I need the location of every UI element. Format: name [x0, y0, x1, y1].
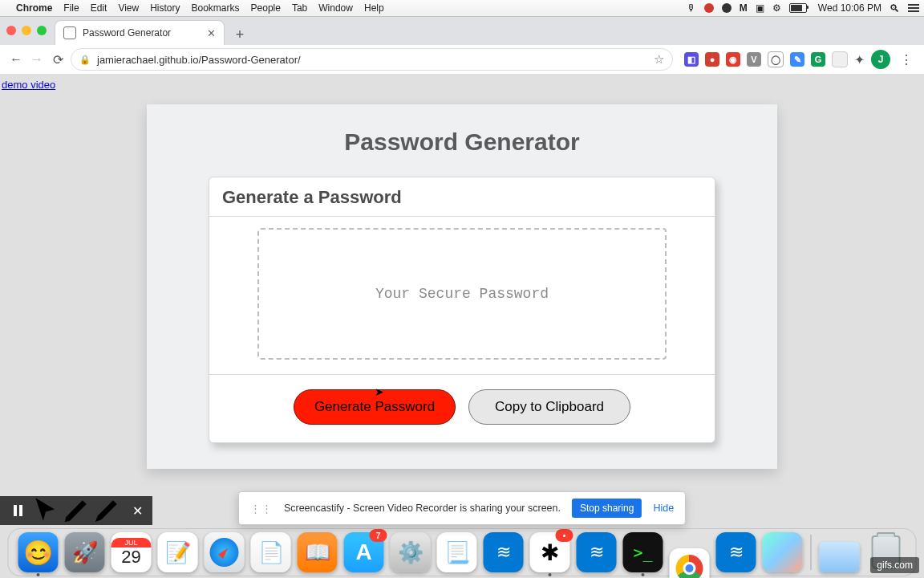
menu-file[interactable]: File: [63, 2, 79, 14]
hide-banner-button[interactable]: Hide: [653, 503, 674, 514]
tab-title: Password Generator: [83, 27, 171, 39]
dock-launchpad[interactable]: 🚀: [65, 532, 105, 572]
extensions-row: ◧ ● ◉ V ◯ ✎ G ✦ J ⋮: [684, 50, 916, 69]
minimize-window-button[interactable]: [22, 26, 31, 35]
tray-icon[interactable]: ▣: [756, 2, 764, 14]
mac-menubar: Chrome File Edit View History Bookmarks …: [0, 0, 924, 17]
pen-tool-button[interactable]: [61, 496, 91, 525]
dock-notes[interactable]: 📝: [158, 532, 198, 572]
forward-button[interactable]: →: [29, 51, 45, 67]
menu-tab[interactable]: Tab: [292, 2, 307, 14]
menu-people[interactable]: People: [251, 2, 281, 14]
page-title: Password Generator: [147, 128, 777, 156]
menubar-tray: 🎙︎ M ▣ ⚙︎ Wed 10:06 PM 🔍︎: [687, 2, 919, 14]
tab-strip: Password Generator ✕ +: [0, 16, 924, 45]
dock-photos[interactable]: [763, 532, 803, 572]
back-button[interactable]: ←: [8, 51, 24, 67]
extension-icon[interactable]: [832, 51, 848, 67]
dock-books[interactable]: 📖: [298, 532, 338, 572]
favicon-icon: [63, 26, 76, 39]
browser-toolbar: ← → ⟳ 🔒 jamierachael.github.io/Password-…: [0, 45, 924, 75]
menu-history[interactable]: History: [150, 2, 180, 14]
new-tab-button[interactable]: +: [229, 24, 250, 45]
pointer-tool-button[interactable]: [30, 496, 61, 525]
dock-vscode[interactable]: ≋: [484, 532, 524, 572]
menu-edit[interactable]: Edit: [91, 2, 107, 14]
search-icon[interactable]: 🔍︎: [890, 2, 900, 14]
browser-menu-icon[interactable]: ⋮: [897, 52, 916, 67]
extension-icon[interactable]: ◧: [684, 52, 699, 67]
menu-help[interactable]: Help: [364, 2, 384, 14]
dock-textedit[interactable]: 📃: [437, 532, 477, 572]
reload-button[interactable]: ⟳: [50, 51, 66, 67]
page-card: Password Generator Generate a Password Y…: [147, 104, 777, 469]
dock-terminal[interactable]: >_: [623, 532, 663, 572]
extension-icon[interactable]: ●: [705, 52, 719, 67]
dock-vscode-insiders[interactable]: ≋: [577, 532, 617, 572]
dock: 😊 🚀 JUL29 📝 📄 📖 A7 ⚙️ 📃 ≋ ✱• ≋ >_ ≋: [8, 528, 917, 576]
gifs-watermark: gifs.com: [870, 557, 919, 573]
extension-icon[interactable]: G: [811, 52, 825, 67]
url-text: jamierachael.github.io/Password-Generato…: [97, 54, 301, 66]
profile-avatar[interactable]: J: [871, 50, 890, 69]
dock-chrome[interactable]: [670, 548, 710, 578]
mic-icon[interactable]: 🎙︎: [687, 2, 696, 14]
tab-close-icon[interactable]: ✕: [207, 27, 216, 39]
copy-clipboard-button[interactable]: Copy to Clipboard: [468, 389, 630, 425]
highlight-tool-button[interactable]: [91, 496, 122, 525]
close-toolbar-button[interactable]: ✕: [122, 496, 152, 525]
pause-recording-button[interactable]: [0, 496, 30, 525]
dock-slack[interactable]: ✱•: [530, 532, 570, 572]
screen-share-banner: ⋮⋮ Screencastify - Screen Video Recorder…: [238, 491, 686, 525]
button-row: Generate Password Copy to Clipboard: [209, 375, 715, 442]
screencast-toolbar: ✕: [0, 496, 152, 525]
dock-finder[interactable]: 😊: [18, 532, 59, 572]
menu-window[interactable]: Window: [318, 2, 353, 14]
generator-panel: Generate a Password Your Secure Password…: [209, 177, 715, 443]
drag-handle-icon[interactable]: ⋮⋮: [250, 503, 273, 515]
dock-separator: [811, 535, 812, 570]
dock-appstore[interactable]: A7: [344, 532, 384, 572]
dock-safari[interactable]: [205, 532, 245, 572]
menu-bookmarks[interactable]: Bookmarks: [192, 2, 240, 14]
dock-app[interactable]: ≋: [716, 532, 756, 572]
tray-icon[interactable]: M: [740, 2, 748, 14]
close-window-button[interactable]: [6, 26, 16, 35]
dock-pages[interactable]: 📄: [251, 532, 291, 572]
extensions-menu-icon[interactable]: ✦: [854, 52, 865, 67]
lock-icon: 🔒: [79, 55, 91, 65]
extension-icon[interactable]: ✎: [790, 52, 804, 67]
share-banner-text: Screencastify - Screen Video Recorder is…: [284, 503, 561, 514]
battery-icon[interactable]: [789, 3, 807, 13]
generate-password-button[interactable]: Generate Password: [294, 389, 456, 425]
wifi-icon[interactable]: ⚙︎: [772, 2, 781, 14]
clock[interactable]: Wed 10:06 PM: [818, 2, 881, 14]
dock-calendar[interactable]: JUL29: [111, 532, 152, 572]
stop-sharing-button[interactable]: Stop sharing: [572, 499, 642, 518]
app-menu: Chrome File Edit View History Bookmarks …: [16, 2, 384, 14]
extension-icon[interactable]: ◯: [768, 51, 784, 67]
fullscreen-window-button[interactable]: [37, 26, 47, 35]
extension-icon[interactable]: ◉: [726, 52, 740, 67]
bookmark-star-icon[interactable]: ☆: [654, 52, 664, 67]
tray-icon[interactable]: [722, 3, 732, 13]
password-output[interactable]: Your Secure Password: [257, 228, 667, 360]
window-controls: [6, 16, 47, 45]
panel-header: Generate a Password: [209, 177, 715, 217]
extension-icon[interactable]: V: [747, 52, 761, 67]
address-bar[interactable]: 🔒 jamierachael.github.io/Password-Genera…: [71, 48, 673, 71]
menu-view[interactable]: View: [118, 2, 139, 14]
dock-settings[interactable]: ⚙️: [391, 532, 431, 572]
demo-video-link[interactable]: demo video: [2, 79, 55, 91]
dock-downloads[interactable]: [820, 542, 860, 572]
notification-center-icon[interactable]: [908, 4, 919, 12]
menu-chrome[interactable]: Chrome: [16, 2, 52, 14]
browser-tab[interactable]: Password Generator ✕: [55, 20, 225, 45]
tray-icon[interactable]: [704, 3, 714, 13]
